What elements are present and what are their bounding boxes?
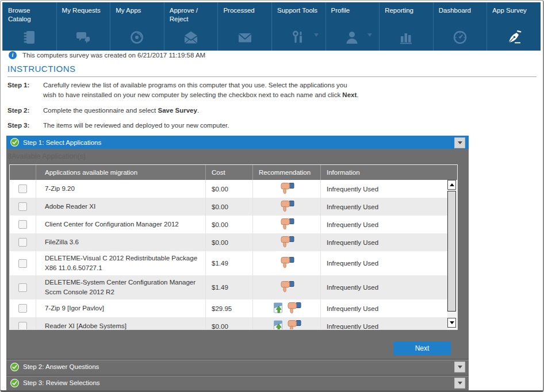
app-cost: $0.00 <box>205 233 252 251</box>
nav-tab-dashboard[interactable]: Dashboard <box>433 2 487 51</box>
app-information: Infrequently Used <box>320 198 447 216</box>
step1-panel-header[interactable]: Step 1: Select Applications <box>6 136 469 149</box>
thumbs-down-icon <box>279 182 294 196</box>
app-information: Infrequently Used <box>320 233 447 251</box>
instructions-steps: Step 1: Carefully review the list of ava… <box>7 80 367 136</box>
recommendation-cell <box>252 233 320 251</box>
pen-nib-icon <box>487 29 541 45</box>
header-information: Information <box>320 165 457 180</box>
app-name: 7-Zip 9.20 <box>36 180 205 198</box>
row-checkbox[interactable] <box>18 259 27 268</box>
chevron-down-icon <box>314 33 319 39</box>
table-row: 7-Zip 9.20 $0.00 Infrequently Used <box>10 180 447 198</box>
app-name: Reader XI [Adobe Systems] <box>36 317 205 329</box>
step2-panel-header[interactable]: Step 2: Answer Questions <box>6 360 469 373</box>
install-package-icon <box>273 302 284 316</box>
row-checkbox[interactable] <box>18 283 27 292</box>
nav-tab-my-requests[interactable]: My Requests <box>56 2 110 51</box>
app-information: Infrequently Used <box>320 317 447 329</box>
app-name: 7-Zip 9 [Igor Pavlov] <box>36 299 205 317</box>
step3-panel-title: Step 3: Review Selections <box>23 379 100 386</box>
chevron-down-icon <box>458 141 462 147</box>
app-cost: $0.00 <box>205 317 252 329</box>
app-name: Client Center for Configuration Manager … <box>36 216 205 233</box>
step-label: Step 2: <box>7 106 43 116</box>
thumbs-down-icon <box>286 320 301 330</box>
app-information: Infrequently Used <box>320 275 447 299</box>
table-row: Reader XI [Adobe Systems] $0.00 Infreque… <box>10 317 447 329</box>
row-checkbox[interactable] <box>18 185 27 193</box>
nav-tab-approve-reject[interactable]: Approve / Reject <box>164 2 218 51</box>
table-scrollbar[interactable] <box>447 180 457 329</box>
step3-panel-header[interactable]: Step 3: Review Selections <box>6 376 469 389</box>
app-name: FileZilla 3.6 <box>36 233 205 251</box>
disc-icon <box>110 29 164 45</box>
recommendation-cell <box>252 251 320 275</box>
green-check-icon <box>10 138 19 147</box>
row-checkbox[interactable] <box>18 202 27 211</box>
table-row: Adobe Reader XI $0.00 Infrequently Used <box>10 198 447 216</box>
table-row: DELETEME-System Center Configuration Man… <box>10 275 447 299</box>
step1-collapse-button[interactable] <box>454 137 465 148</box>
nav-tab-label: Processed <box>218 2 271 15</box>
step2-expand-button[interactable] <box>454 362 465 372</box>
nav-tab-processed[interactable]: Processed <box>217 2 271 51</box>
recommendation-cell <box>252 299 320 317</box>
step-label: Step 1: <box>7 80 43 101</box>
thumbs-down-icon <box>279 280 294 294</box>
nav-tab-app-survey[interactable]: App Survey <box>486 2 541 51</box>
recommendation-cell <box>252 275 320 299</box>
header-checkbox-col <box>10 165 36 180</box>
thumbs-down-icon <box>279 236 294 249</box>
app-name: DELETEME-System Center Configuration Man… <box>36 275 205 299</box>
open-envelope-icon <box>164 29 218 45</box>
row-checkbox[interactable] <box>18 322 27 329</box>
table-header-row: Applications available migration Cost Re… <box>10 165 457 180</box>
header-applications: Applications available migration <box>36 165 205 180</box>
green-check-icon <box>10 363 19 371</box>
thumbs-down-icon <box>286 302 301 316</box>
app-information: Infrequently Used <box>320 180 447 198</box>
scrollbar-thumb[interactable] <box>447 191 456 312</box>
table-row: DELETEME-Visual C 2012 Redistributable P… <box>10 251 447 275</box>
next-button[interactable]: Next <box>393 341 451 355</box>
row-checkbox[interactable] <box>18 220 27 229</box>
nav-tab-label: App Survey <box>487 2 541 15</box>
triangle-down-icon <box>450 321 454 326</box>
step1-panel-title: Step 1: Select Applications <box>23 139 101 146</box>
gauge-icon <box>434 29 487 45</box>
top-navigation: Browse Catalog My Requests <box>2 2 541 51</box>
applications-table: Applications available migration Cost Re… <box>9 164 458 330</box>
nav-tab-reporting[interactable]: Reporting <box>379 2 433 51</box>
thumbs-down-icon <box>279 256 294 270</box>
nav-tab-label: Approve / Reject <box>164 2 218 24</box>
app-name: DELETEME-Visual C 2012 Redistributable P… <box>36 251 205 275</box>
nav-tab-label: Browse Catalog <box>3 2 56 24</box>
nav-tab-label: Profile <box>326 2 380 15</box>
chevron-down-icon <box>458 382 462 387</box>
row-checkbox[interactable] <box>18 304 27 313</box>
info-text: This computers survey was created on 6/2… <box>22 52 205 59</box>
thumbs-down-icon <box>279 218 294 232</box>
recommendation-cell <box>252 180 320 198</box>
nav-tab-label: My Apps <box>110 2 164 15</box>
instruction-step-1: Step 1: Carefully review the list of ava… <box>7 80 367 101</box>
recommendation-cell <box>252 216 320 233</box>
heading-divider <box>7 76 537 77</box>
envelope-icon <box>218 29 271 45</box>
scrollbar-up-button[interactable] <box>447 180 456 190</box>
row-checkbox[interactable] <box>18 238 27 247</box>
scrollbar-down-button[interactable] <box>447 318 456 328</box>
nav-tab-my-apps[interactable]: My Apps <box>110 2 164 51</box>
chevron-down-icon <box>458 366 462 371</box>
nav-tab-support-tools[interactable]: Support Tools <box>271 2 325 51</box>
nav-tab-browse-catalog[interactable]: Browse Catalog <box>2 2 56 51</box>
step3-expand-button[interactable] <box>454 378 465 389</box>
chat-bubbles-icon <box>57 29 110 45</box>
step-label: Step 3: <box>7 121 43 130</box>
app-cost: $29.95 <box>205 299 252 317</box>
nav-tab-profile[interactable]: Profile <box>325 2 380 51</box>
app-information: Infrequently Used <box>320 299 447 317</box>
app-cost: $0.00 <box>205 216 252 233</box>
app-information: Infrequently Used <box>320 216 447 233</box>
